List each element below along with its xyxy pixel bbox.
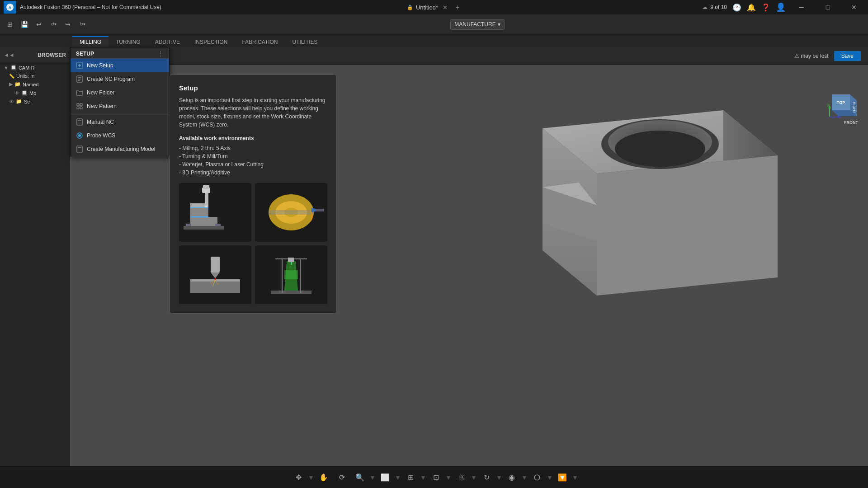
eye-icon: 👁 [14,90,19,96]
status-environment-icon[interactable]: ◉ [505,470,519,485]
status-effects-icon[interactable]: ⬡ [530,470,544,485]
root-icon: 🔲 [10,65,17,70]
browser-item-mo[interactable]: 👁 🔲 Mo [0,89,70,97]
svg-marker-31 [597,155,778,296]
probe-wcs-label: Probe WCS [87,132,115,139]
menu-item-new-folder[interactable]: New Folder [71,86,169,99]
mo-label: Mo [29,90,36,96]
svg-rect-54 [77,103,79,106]
menu-item-new-setup[interactable]: New Setup [71,59,169,72]
status-layout-icon[interactable]: 🖨 [454,470,468,485]
svg-rect-95 [288,258,294,262]
grid-icon[interactable]: ⊞ [4,18,16,31]
file-name: Untitled* [416,4,438,11]
tooltip-images [179,183,327,304]
status-display-icon[interactable]: ⬜ [378,470,392,485]
user-icon[interactable]: 👤 [776,2,786,12]
svg-rect-57 [80,107,82,109]
menu-separator [71,114,169,114]
front-label: FRONT [844,120,858,125]
tooltip-available-label: Available work environments [179,135,327,141]
menu-more-icon[interactable]: ⋮ [157,50,164,57]
browser-title: BROWSER [38,52,66,58]
menu-item-probe-wcs[interactable]: Probe WCS [71,129,169,142]
svg-marker-84 [211,272,220,278]
svg-rect-72 [184,226,224,230]
status-orbit-icon[interactable]: ⟳ [335,470,349,485]
svg-text:A: A [9,5,12,10]
undo-icon[interactable]: ↩ [33,18,45,31]
warning-bar: ⚠ may be lost Save [70,47,868,65]
undo-arrow-icon[interactable]: ↺▾ [47,18,60,31]
redo-icon[interactable]: ↪ [61,18,74,31]
browser-back-icon[interactable]: ◄◄ [4,52,14,58]
browser-item-camr: CAM R [19,65,34,70]
setup-menu: SETUP ⋮ New Setup Create NC Program New … [70,47,170,156]
new-folder-label: New Folder [87,89,114,96]
env-item-1: - Turning & Mill/Turn [179,153,327,160]
title-bar-center: 🔒 Untitled* ✕ ＋ [407,3,461,12]
menu-item-create-mfg[interactable]: Create Manufacturing Model [71,142,169,156]
status-bar: ✥ ▾ ✋ ⟳ 🔍 ▾ ⬜ ▾ ⊞ ▾ ⊡ ▾ 🖨 ▾ ↻ ▾ ◉ ▾ ⬡ ▾ … [0,466,868,488]
tab-fabrication[interactable]: FABRICATION [235,36,285,47]
bell-icon[interactable]: 🔔 [747,3,756,12]
additive-illustration [255,245,327,304]
menu-item-create-nc[interactable]: Create NC Program [71,72,169,86]
milling-illustration [179,183,251,242]
tab-additive[interactable]: ADDITIVE [148,36,187,47]
new-setup-icon [76,62,83,69]
setup-tooltip: Setup Setup is an important first step i… [170,75,337,314]
clock-icon[interactable]: 🕐 [732,3,741,12]
app-title: Autodesk Fusion 360 (Personal – Not for … [20,4,161,10]
eye-se-icon: 👁 [9,99,14,104]
save-icon[interactable]: 💾 [18,18,31,31]
svg-rect-80 [316,209,324,211]
svg-rect-68 [205,192,208,206]
minimize-button[interactable]: ─ [791,0,812,14]
lock-icon: 🔒 [407,5,413,10]
close-tab-btn[interactable]: ✕ [443,4,448,11]
quick-access-bar: ⊞ 💾 ↩ ↺▾ ↪ ↻▾ MANUFACTURE ▾ [0,14,868,34]
status-grid-icon[interactable]: ⊞ [403,470,418,485]
manual-nc-icon [76,118,83,126]
view-cube[interactable]: TOP RIGHT Z FRONT [823,88,859,124]
manufacture-dropdown[interactable]: MANUFACTURE ▾ [450,19,504,30]
status-section-icon[interactable]: ↻ [479,470,494,485]
probe-wcs-icon [76,132,83,139]
status-filter-icon[interactable]: 🔽 [555,470,570,485]
browser-arrows: ◄◄ [4,52,14,58]
status-zoom-icon[interactable]: 🔍 [353,470,367,485]
status-pan-icon[interactable]: ✋ [316,470,331,485]
browser-item-named[interactable]: ▶ 📁 Named [0,80,70,89]
svg-rect-56 [77,107,79,109]
status-select-icon[interactable]: ✥ [291,470,306,485]
menu-item-new-pattern[interactable]: New Pattern [71,99,169,113]
title-bar: A Autodesk Fusion 360 (Personal – Not fo… [0,0,868,14]
tab-milling[interactable]: MILLING [72,36,108,47]
add-tab-btn[interactable]: ＋ [454,3,461,12]
save-button[interactable]: Save [834,51,861,61]
svg-rect-62 [77,146,82,152]
svg-rect-78 [269,210,314,215]
redo-arrow-icon[interactable]: ↻▾ [76,18,89,31]
title-bar-right: ☁ 9 of 10 🕐 🔔 ❓ 👤 ─ □ ✕ [702,0,864,14]
folder-icon: 📁 [14,81,21,87]
tab-utilities[interactable]: UTILITIES [285,36,325,47]
expand-icon: ▼ [4,65,9,70]
browser-root-expand[interactable]: ▼ 🔲 CAM R [0,63,70,72]
maximize-button[interactable]: □ [817,0,838,14]
close-button[interactable]: ✕ [844,0,864,14]
tab-turning[interactable]: TURNING [108,36,148,47]
env-item-3: - 3D Printing/Additive [179,169,327,176]
help-icon[interactable]: ❓ [761,3,770,12]
menu-item-manual-nc[interactable]: Manual NC [71,115,169,129]
cloud-badge: ☁ 9 of 10 [702,4,727,10]
tooltip-description: Setup is an important first step in star… [179,96,327,129]
units-icon: 📏 [9,74,14,79]
svg-text:TOP: TOP [837,100,845,105]
browser-item-se[interactable]: 👁 📁 Se [0,97,70,106]
create-nc-icon [76,75,83,83]
status-snap-icon[interactable]: ⊡ [429,470,443,485]
new-pattern-icon [76,103,83,110]
tab-inspection[interactable]: INSPECTION [187,36,235,47]
